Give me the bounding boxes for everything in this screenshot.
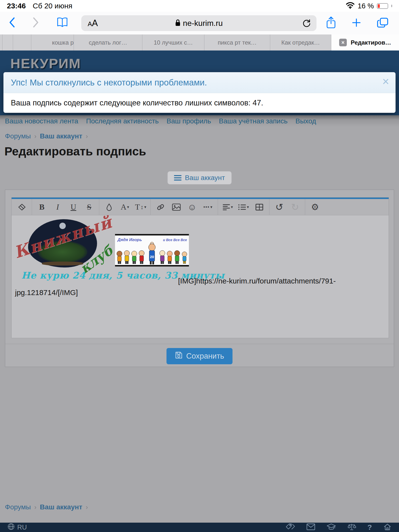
forward-button[interactable] bbox=[33, 17, 39, 29]
tab-6[interactable]: пикса рт тек… bbox=[204, 34, 270, 50]
editor-toolbar: B I U S A ▾ T ↕ ▾ bbox=[12, 199, 389, 215]
list-button[interactable]: ▾ bbox=[236, 199, 251, 215]
bold-button[interactable]: B bbox=[34, 199, 50, 215]
form-footer-divider bbox=[5, 344, 394, 344]
help-button[interactable]: ? bbox=[367, 523, 372, 532]
strikethrough-button[interactable]: S bbox=[81, 199, 97, 215]
signature-form: B I U S A ▾ T ↕ ▾ bbox=[5, 190, 394, 367]
language-button[interactable]: RU bbox=[7, 523, 27, 532]
signature-editor-content[interactable]: Книжный клуб Дядя Игорь и Все Все Все bbox=[12, 215, 389, 338]
battery-tip bbox=[391, 5, 392, 7]
editor-settings-button[interactable]: ⚙ bbox=[307, 199, 323, 215]
tab-2[interactable] bbox=[13, 34, 31, 50]
tab-1[interactable] bbox=[2, 34, 13, 50]
reader-text-size-button[interactable]: AA bbox=[88, 18, 98, 28]
book-club-badge-image: Книжный клуб bbox=[15, 219, 116, 268]
italic-button[interactable]: I bbox=[50, 199, 66, 215]
tab-4[interactable]: сделать лог… bbox=[74, 34, 142, 50]
tab-active[interactable]: × Редактиров… bbox=[331, 34, 399, 50]
tabs-overview-button[interactable] bbox=[377, 17, 389, 29]
legal-button[interactable] bbox=[347, 523, 356, 532]
breadcrumb-link-forums[interactable]: Форумы bbox=[5, 503, 31, 511]
date-label: Сб 20 июня bbox=[33, 2, 72, 10]
text-color-button[interactable] bbox=[101, 199, 117, 215]
nav-link-news-feed[interactable]: Ваша новостная лента bbox=[5, 117, 78, 125]
browser-toolbar: AA ne-kurim.ru bbox=[0, 12, 399, 34]
breadcrumb-link-forums[interactable]: Форумы bbox=[5, 132, 31, 140]
kids-number: 20 bbox=[150, 255, 154, 259]
bottom-breadcrumb: Форумы › Ваш аккаунт › bbox=[5, 503, 88, 511]
insert-image-button[interactable] bbox=[168, 199, 184, 215]
breadcrumb-separator: › bbox=[86, 133, 88, 140]
alignment-button[interactable]: ▾ bbox=[220, 199, 236, 215]
mail-button[interactable] bbox=[306, 523, 315, 531]
home-button[interactable] bbox=[383, 523, 392, 532]
wifi-icon bbox=[346, 2, 355, 10]
breadcrumb-link-account[interactable]: Ваш аккаунт bbox=[40, 132, 82, 140]
back-button[interactable] bbox=[8, 17, 15, 29]
tab-3[interactable]: кошка р bbox=[31, 34, 74, 50]
globe-icon bbox=[7, 523, 15, 532]
hamburger-icon bbox=[174, 175, 182, 181]
remove-format-button[interactable] bbox=[14, 199, 30, 215]
account-menu-button[interactable]: Ваш аккаунт bbox=[167, 171, 232, 184]
more-options-button[interactable]: ••• ▾ bbox=[200, 199, 216, 215]
error-alert: Упс! Мы столкнулись с некоторыми проблем… bbox=[3, 72, 396, 113]
tab-7[interactable]: Как отредак… bbox=[270, 34, 331, 50]
close-tab-button[interactable]: × bbox=[339, 39, 347, 46]
alert-close-button[interactable]: × bbox=[382, 76, 389, 87]
tab-5[interactable]: 10 лучших с… bbox=[142, 34, 204, 50]
tags-button[interactable] bbox=[286, 523, 295, 532]
clock: 23:46 bbox=[7, 2, 26, 10]
site-header: НЕКУРИМ Упс! Мы столкнулись с некоторыми… bbox=[0, 50, 399, 115]
site-footer-bar: RU bbox=[0, 523, 399, 532]
kids-illustration: Дядя Игорь и Все Все Все bbox=[115, 234, 189, 266]
alert-title: Упс! Мы столкнулись с некоторыми проблем… bbox=[3, 72, 396, 93]
nav-link-profile[interactable]: Ваш профиль bbox=[166, 117, 211, 125]
page-title: Редактировать подпись bbox=[4, 145, 146, 158]
battery-icon bbox=[377, 3, 388, 9]
redo-button[interactable]: ↻ bbox=[287, 199, 303, 215]
font-size-button[interactable]: T ↕ ▾ bbox=[133, 199, 149, 215]
tab-bar: кошка р сделать лог… 10 лучших с… пикса … bbox=[0, 34, 399, 50]
address-bar[interactable]: AA ne-kurim.ru bbox=[81, 15, 316, 31]
bbcode-text-line2: jpg.1218714/[/IMG] bbox=[15, 288, 78, 297]
breadcrumb-separator: › bbox=[86, 503, 88, 511]
lock-icon bbox=[175, 19, 181, 27]
rich-text-editor: B I U S A ▾ T ↕ ▾ bbox=[11, 197, 389, 338]
insert-link-button[interactable] bbox=[153, 199, 168, 215]
main-content: Форумы › Ваш аккаунт › Редактировать под… bbox=[0, 127, 399, 523]
site-logo[interactable]: НЕКУРИМ bbox=[10, 55, 81, 71]
breadcrumb-separator: › bbox=[34, 133, 36, 140]
insert-smilie-button[interactable]: ☺ bbox=[184, 199, 200, 215]
education-button[interactable] bbox=[327, 523, 336, 532]
url-text: ne-kurim.ru bbox=[183, 19, 223, 28]
bookmarks-icon[interactable] bbox=[57, 17, 68, 29]
status-bar: 23:46 Сб 20 июня 16 % bbox=[0, 0, 399, 12]
bbcode-text-line1: [IMG]https://ne-kurim.ru/forum/attachmen… bbox=[178, 277, 336, 285]
insert-table-button[interactable] bbox=[251, 199, 267, 215]
account-nav: Ваша новостная лента Последняя активност… bbox=[0, 115, 399, 127]
floppy-icon bbox=[175, 351, 183, 361]
battery-percent: 16 % bbox=[358, 2, 374, 10]
nav-link-account[interactable]: Ваша учётная запись bbox=[219, 117, 288, 125]
tab-0[interactable] bbox=[0, 34, 2, 50]
undo-button[interactable]: ↺ bbox=[271, 199, 287, 215]
nav-link-logout[interactable]: Выход bbox=[296, 117, 316, 125]
save-button[interactable]: Сохранить bbox=[166, 348, 233, 364]
share-button[interactable] bbox=[326, 16, 336, 30]
underline-button[interactable]: U bbox=[66, 199, 81, 215]
new-tab-button[interactable] bbox=[351, 17, 362, 29]
alert-message: Ваша подпись содержит следующее количест… bbox=[3, 93, 396, 113]
nav-link-latest-activity[interactable]: Последняя активность bbox=[86, 117, 159, 125]
breadcrumb-separator: › bbox=[34, 503, 36, 511]
breadcrumb-link-account[interactable]: Ваш аккаунт bbox=[40, 503, 82, 511]
breadcrumb: Форумы › Ваш аккаунт › bbox=[5, 132, 88, 140]
reload-button[interactable] bbox=[302, 19, 311, 29]
screen: 23:46 Сб 20 июня 16 % bbox=[0, 0, 399, 532]
font-family-button[interactable]: A ▾ bbox=[117, 199, 133, 215]
